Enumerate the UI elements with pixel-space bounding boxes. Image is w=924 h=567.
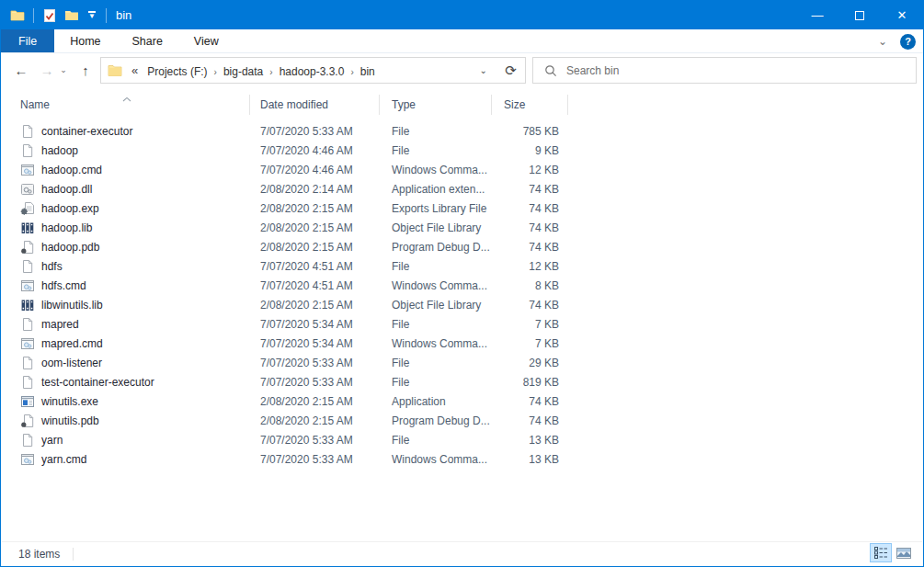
qat-separator <box>33 8 34 23</box>
breadcrumb-item[interactable]: big-data <box>218 65 268 78</box>
properties-check-icon[interactable] <box>41 7 58 24</box>
file-name-cell: oom-listener <box>2 356 250 370</box>
maximize-button[interactable] <box>838 1 881 29</box>
file-type: Object File Library <box>380 299 492 312</box>
column-header-type[interactable]: Type <box>380 95 492 115</box>
large-icons-view-button[interactable] <box>893 543 915 562</box>
file-size: 74 KB <box>492 241 568 254</box>
back-button[interactable]: ← <box>10 59 32 81</box>
file-date-modified: 7/07/2020 5:33 AM <box>250 125 380 138</box>
file-size: 74 KB <box>492 221 568 234</box>
file-type: File <box>380 260 492 273</box>
cmd-icon <box>20 278 35 293</box>
file-row[interactable]: oom-listener7/07/2020 5:33 AMFile29 KB <box>2 353 922 372</box>
file-size: 74 KB <box>492 414 568 427</box>
file-row[interactable]: yarn7/07/2020 5:33 AMFile13 KB <box>2 430 922 449</box>
file-row[interactable]: winutils.exe2/08/2020 2:15 AMApplication… <box>2 391 922 411</box>
file-row[interactable]: test-container-executor7/07/2020 5:33 AM… <box>2 372 922 391</box>
file-name: test-container-executor <box>41 376 154 389</box>
file-name: hadoop.exp <box>41 202 99 215</box>
breadcrumb-item[interactable]: hadoop-3.3.0 <box>274 65 350 78</box>
file-size: 29 KB <box>492 357 568 369</box>
status-separator <box>73 548 74 561</box>
tab-home[interactable]: Home <box>54 29 116 52</box>
breadcrumb-overflow[interactable]: « <box>128 63 142 77</box>
breadcrumb: Projects (F:)›big-data›hadoop-3.3.0›bin <box>142 62 381 79</box>
file-icon <box>20 124 35 139</box>
tab-share[interactable]: Share <box>117 29 178 52</box>
search-icon <box>544 64 557 77</box>
tab-file[interactable]: File <box>1 29 54 52</box>
column-header-date-modified[interactable]: Date modified <box>250 95 380 115</box>
file-name-cell: hadoop <box>2 143 250 158</box>
close-button[interactable]: ✕ <box>881 1 923 29</box>
dll-icon <box>20 182 35 197</box>
file-size: 9 KB <box>492 144 568 157</box>
breadcrumb-item[interactable]: Projects (F:) <box>142 65 212 78</box>
file-date-modified: 2/08/2020 2:15 AM <box>250 202 380 215</box>
file-type: Windows Comma... <box>380 164 492 176</box>
file-row[interactable]: mapred.cmd7/07/2020 5:34 AMWindows Comma… <box>2 334 922 353</box>
breadcrumb-item[interactable]: bin <box>355 65 381 78</box>
file-size: 12 KB <box>492 260 568 273</box>
window-controls: — ✕ <box>796 1 923 29</box>
file-row[interactable]: yarn.cmd7/07/2020 5:33 AMWindows Comma..… <box>2 449 922 469</box>
column-header-size[interactable]: Size <box>492 95 568 115</box>
file-row[interactable]: hdfs.cmd7/07/2020 4:51 AMWindows Comma..… <box>2 276 922 295</box>
refresh-button[interactable]: ⟳ <box>496 57 526 84</box>
search-box <box>532 57 917 84</box>
new-folder-icon[interactable] <box>63 7 80 24</box>
file-name-cell: winutils.exe <box>2 394 250 409</box>
collapse-ribbon-chevron-icon[interactable]: ⌄ <box>878 35 887 48</box>
file-row[interactable]: winutils.pdb2/08/2020 2:15 AMProgram Deb… <box>2 411 922 430</box>
file-date-modified: 2/08/2020 2:14 AM <box>250 183 380 196</box>
up-button[interactable]: ↑ <box>74 59 97 81</box>
lib-icon <box>20 298 35 312</box>
file-row[interactable]: mapred7/07/2020 5:34 AMFile7 KB <box>2 314 922 334</box>
file-row[interactable]: hadoop.lib2/08/2020 2:15 AMObject File L… <box>2 218 922 237</box>
file-icon <box>20 433 35 448</box>
search-input[interactable] <box>566 64 916 77</box>
file-name-cell: hadoop.exp <box>2 201 250 216</box>
help-icon[interactable]: ? <box>900 34 916 50</box>
maximize-icon <box>855 11 864 20</box>
recent-locations-chevron[interactable]: ⌄ <box>56 59 71 81</box>
file-name-cell: yarn.cmd <box>2 452 250 467</box>
details-view-button[interactable] <box>870 543 892 562</box>
file-size: 819 KB <box>492 376 568 389</box>
titlebar: ▼ bin — ✕ <box>1 1 923 29</box>
file-row[interactable]: hadoop.dll2/08/2020 2:14 AMApplication e… <box>2 179 922 198</box>
file-size: 74 KB <box>492 183 568 196</box>
explorer-folder-icon[interactable] <box>9 7 26 24</box>
file-name-cell: hadoop.lib <box>2 221 250 235</box>
file-type: File <box>380 434 492 447</box>
minimize-button[interactable]: — <box>796 1 838 29</box>
file-row[interactable]: hadoop.exp2/08/2020 2:15 AMExports Libra… <box>2 198 922 218</box>
file-row[interactable]: container-executor7/07/2020 5:33 AMFile7… <box>2 121 922 141</box>
file-date-modified: 2/08/2020 2:15 AM <box>250 395 380 408</box>
customize-qat-chevron[interactable]: ▼ <box>86 11 98 19</box>
address-bar[interactable]: « Projects (F:)›big-data›hadoop-3.3.0›bi… <box>100 57 497 84</box>
file-name-cell: hadoop.pdb <box>2 240 250 255</box>
sort-ascending-icon <box>122 89 131 106</box>
file-type: File <box>380 357 492 369</box>
file-row[interactable]: libwinutils.lib2/08/2020 2:15 AMObject F… <box>2 295 922 314</box>
pdb-icon <box>20 240 35 255</box>
file-size: 13 KB <box>492 434 568 447</box>
file-date-modified: 2/08/2020 2:15 AM <box>250 241 380 254</box>
tab-view[interactable]: View <box>178 29 234 52</box>
file-row[interactable]: hadoop7/07/2020 4:46 AMFile9 KB <box>2 141 922 160</box>
file-type: Program Debug D... <box>380 414 492 427</box>
lib-icon <box>20 221 35 235</box>
file-name: hdfs.cmd <box>41 279 86 292</box>
forward-button[interactable]: → <box>36 59 58 81</box>
file-size: 74 KB <box>492 395 568 408</box>
breadcrumb-separator-icon: › <box>268 67 273 77</box>
file-size: 13 KB <box>492 453 568 466</box>
address-dropdown-chevron[interactable]: ⌄ <box>471 65 496 75</box>
file-name: winutils.pdb <box>41 414 99 427</box>
file-row[interactable]: hadoop.cmd7/07/2020 4:46 AMWindows Comma… <box>2 160 922 179</box>
file-row[interactable]: hadoop.pdb2/08/2020 2:15 AMProgram Debug… <box>2 237 922 256</box>
file-row[interactable]: hdfs7/07/2020 4:51 AMFile12 KB <box>2 256 922 276</box>
file-type: Program Debug D... <box>380 241 492 254</box>
